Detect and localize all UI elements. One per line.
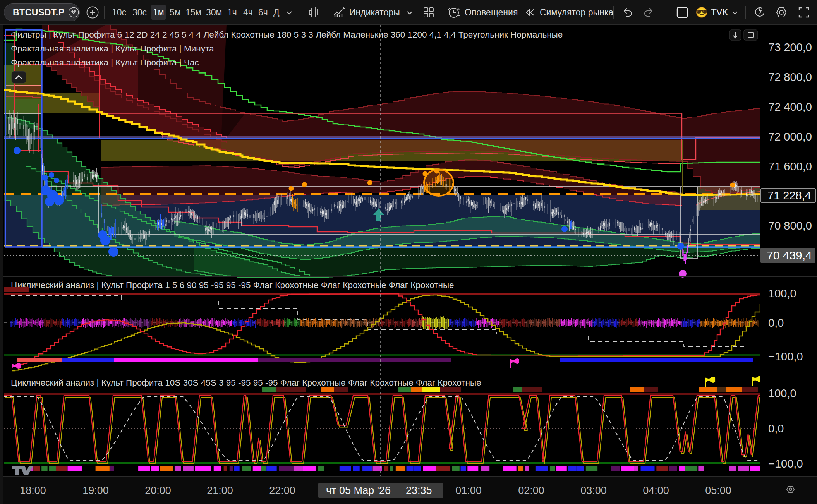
svg-text:Циклический анализ | Культ Про: Циклический анализ | Культ Профита 1 5 6… (11, 280, 454, 290)
svg-text:Фильтры | Культ Профита 6 12 2: Фильтры | Культ Профита 6 12 2D 24 2 45 … (11, 30, 563, 39)
svg-text:73 200,0: 73 200,0 (768, 41, 812, 53)
svg-text:71 228,4: 71 228,4 (767, 189, 811, 202)
svg-text:0,0: 0,0 (768, 422, 784, 435)
svg-text:70 800,0: 70 800,0 (768, 219, 812, 232)
svg-text:−100,0: −100,0 (768, 350, 803, 363)
svg-text:70 439,4: 70 439,4 (767, 249, 812, 262)
svg-text:19:00: 19:00 (82, 485, 109, 496)
svg-text:02:00: 02:00 (518, 485, 544, 496)
svg-text:04:00: 04:00 (643, 485, 669, 496)
svg-text:100,0: 100,0 (768, 387, 796, 399)
svg-text:−100,0: −100,0 (768, 458, 803, 470)
svg-text:Фрактальная аналитика | Культ: Фрактальная аналитика | Культ Профита | … (11, 58, 199, 67)
svg-text:100,0: 100,0 (768, 287, 796, 300)
svg-text:03:00: 03:00 (580, 485, 607, 496)
svg-text:21:00: 21:00 (207, 485, 233, 496)
svg-text:72 800,0: 72 800,0 (768, 71, 812, 83)
svg-text:72 400,0: 72 400,0 (768, 101, 812, 113)
svg-text:72 000,0: 72 000,0 (768, 130, 812, 143)
svg-text:23:35: 23:35 (406, 485, 432, 496)
svg-text:22:00: 22:00 (269, 485, 295, 496)
svg-text:20:00: 20:00 (145, 485, 171, 496)
svg-text:71 600,0: 71 600,0 (768, 160, 812, 173)
svg-text:чт 05 Мар '26: чт 05 Мар '26 (326, 485, 391, 496)
svg-text:01:00: 01:00 (455, 485, 482, 496)
svg-text:18:00: 18:00 (20, 485, 46, 496)
svg-text:Циклический анализ | Культ Про: Циклический анализ | Культ Профита 10S 3… (11, 378, 481, 387)
svg-text:0,0: 0,0 (768, 317, 784, 329)
svg-text:05:00: 05:00 (705, 485, 731, 496)
svg-text:Фрактальная аналитика | Культ: Фрактальная аналитика | Культ Профита | … (11, 44, 214, 53)
